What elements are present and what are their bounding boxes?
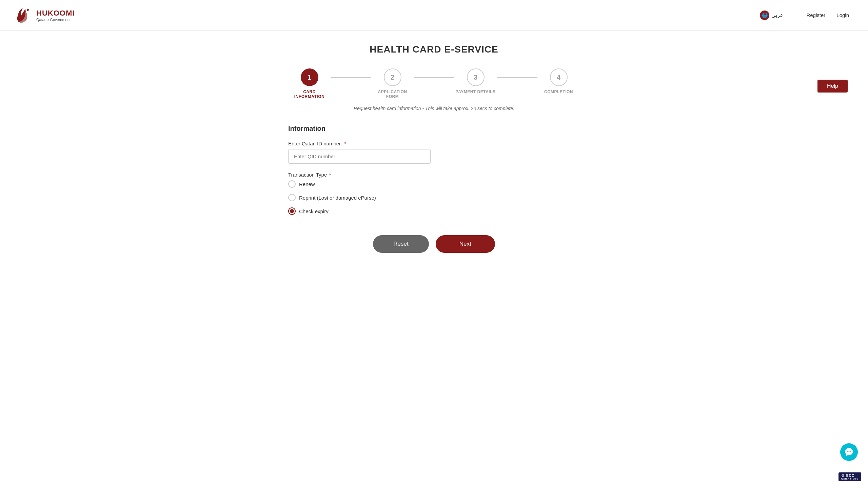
- gcc-logo: ⚙ GCC Qatar e-Gov: [839, 472, 861, 481]
- radio-check-expiry-btn[interactable]: [288, 207, 296, 215]
- step-3: 3 PAYMENT DETAILS: [454, 68, 497, 94]
- step-2-label: APPLICATION FORM: [371, 89, 414, 99]
- gcc-badge: ⚙ GCC Qatar e-Gov: [839, 472, 861, 481]
- language-button[interactable]: 🌐 عربي: [760, 11, 784, 20]
- logo-title: HUKOOMI: [36, 9, 75, 18]
- step-3-circle: 3: [467, 68, 485, 86]
- qid-form-group: Enter Qatari ID number: *: [288, 141, 580, 164]
- logo-area: HUKOOMI Qatar e-Government: [14, 6, 75, 24]
- radio-renew[interactable]: Renew: [288, 180, 580, 188]
- svg-point-2: [849, 451, 850, 452]
- transaction-type-label: Transaction Type *: [288, 172, 580, 178]
- svg-point-3: [850, 451, 851, 452]
- globe-icon: 🌐: [760, 11, 769, 20]
- chat-bubble[interactable]: [840, 443, 858, 461]
- transaction-type-group: Transaction Type * Renew Reprint (Lost o…: [288, 172, 580, 215]
- radio-group: Renew Reprint (Lost or damaged ePurse) C…: [288, 180, 580, 215]
- radio-reprint-label: Reprint (Lost or damaged ePurse): [299, 195, 376, 201]
- step-1: 1 CARD INFORMATION: [288, 68, 331, 99]
- step-4-label: COMPLETION: [544, 89, 573, 94]
- radio-renew-btn[interactable]: [288, 180, 296, 188]
- login-link[interactable]: Login: [831, 12, 854, 18]
- step-4: 4 COMPLETION: [537, 68, 580, 94]
- radio-check-expiry-label: Check expiry: [299, 208, 329, 214]
- lang-label: عربي: [771, 12, 784, 18]
- header-nav: Register Login: [794, 12, 854, 18]
- page-title: HEALTH CARD E-SERVICE: [288, 44, 580, 55]
- radio-reprint[interactable]: Reprint (Lost or damaged ePurse): [288, 194, 580, 201]
- reset-button[interactable]: Reset: [373, 235, 429, 253]
- step-4-circle: 4: [550, 68, 568, 86]
- chat-icon: [844, 447, 854, 457]
- next-button[interactable]: Next: [436, 235, 495, 253]
- svg-point-0: [27, 9, 29, 11]
- header: HUKOOMI Qatar e-Government 🌐 عربي Regist…: [0, 0, 868, 30]
- logo-subtitle: Qatar e-Government: [36, 18, 75, 22]
- hukoomi-logo-icon: [14, 6, 32, 24]
- help-button[interactable]: Help: [817, 80, 848, 93]
- connector-3-4: [497, 77, 537, 78]
- svg-point-1: [847, 451, 848, 452]
- required-star-transaction: *: [329, 172, 331, 178]
- step-2: 2 APPLICATION FORM: [371, 68, 414, 99]
- connector-2-3: [414, 77, 454, 78]
- radio-reprint-btn[interactable]: [288, 194, 296, 201]
- section-title: Information: [288, 125, 580, 133]
- required-star-qid: *: [344, 141, 346, 146]
- radio-check-expiry[interactable]: Check expiry: [288, 207, 580, 215]
- buttons-bar: Reset Next: [288, 235, 580, 253]
- step-2-circle: 2: [384, 68, 401, 86]
- steps-container: 1 CARD INFORMATION 2 APPLICATION FORM 3 …: [288, 68, 580, 99]
- step-1-label: CARD INFORMATION: [288, 89, 331, 99]
- connector-1-2: [331, 77, 371, 78]
- logo-text: HUKOOMI Qatar e-Government: [36, 9, 75, 22]
- radio-renew-label: Renew: [299, 181, 315, 187]
- step-1-circle: 1: [301, 68, 318, 86]
- qid-input[interactable]: [288, 149, 431, 164]
- register-link[interactable]: Register: [801, 12, 831, 18]
- header-right: 🌐 عربي Register Login: [760, 11, 854, 20]
- qid-label: Enter Qatari ID number: *: [288, 141, 580, 146]
- step-description: Request health card information - This w…: [288, 106, 580, 111]
- step-3-label: PAYMENT DETAILS: [456, 89, 496, 94]
- main-content: HEALTH CARD E-SERVICE Help 1 CARD INFORM…: [281, 30, 587, 287]
